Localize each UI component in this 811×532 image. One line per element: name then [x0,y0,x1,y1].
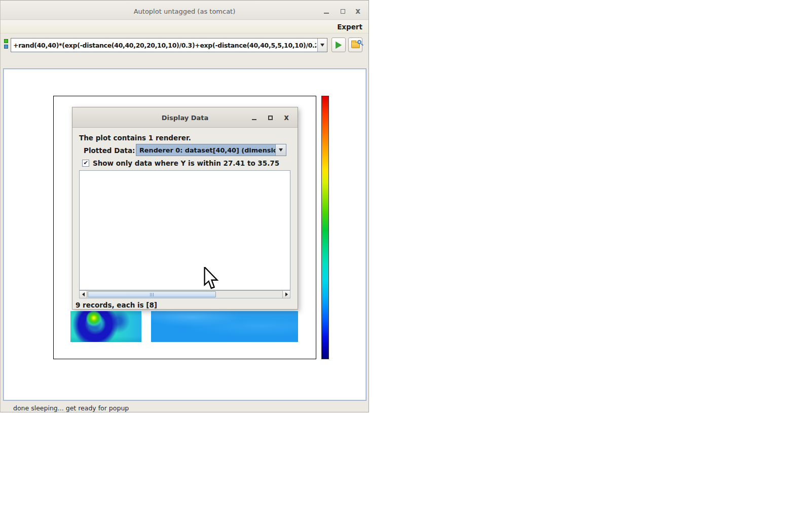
dialog-close-button[interactable]: x [281,113,291,122]
uri-input[interactable] [11,39,317,52]
scrollbar-thumb[interactable] [88,291,216,297]
dialog-minimize-button[interactable] [249,113,259,122]
maximize-icon [341,9,345,14]
play-icon [336,42,342,49]
dialog-titlebar[interactable]: Display Data x [72,107,298,128]
combo-dropdown-button[interactable] [275,144,286,156]
status-bar-text: done sleeping... get ready for popup [13,404,129,412]
magnifier-icon [357,40,361,44]
folder-search-icon [351,42,360,48]
chevron-down-icon [320,44,324,47]
scroll-right-button[interactable] [282,291,290,298]
minimize-icon [252,119,256,120]
plotted-data-label: Plotted Data: [84,146,135,155]
close-icon: x [284,114,289,122]
filter-y-checkbox[interactable]: ✔ [82,160,89,167]
records-summary: 9 records, each is [8] [76,301,157,309]
inspect-uri-button[interactable] [348,37,362,52]
green-square-icon [4,39,8,43]
blue-square-icon [4,45,8,49]
horizontal-scrollbar[interactable] [79,290,290,298]
window-maximize-button[interactable] [337,7,348,16]
plot-go-button[interactable] [331,37,346,52]
menubar: Expert [1,20,368,33]
mouse-cursor [204,267,221,292]
plotted-data-value: Renderer 0: dataset[40,40] (dimension... [136,144,275,156]
window-minimize-button[interactable] [321,7,332,16]
dialog-maximize-button[interactable] [265,113,275,122]
close-icon: x [355,8,360,15]
window-title: Autoplot untagged (as tomcat) [1,8,368,15]
datasource-type-icon [4,39,9,50]
display-data-dialog: Display Data x The plot contains 1 rende… [72,107,298,310]
colorbar[interactable] [321,96,329,359]
window-titlebar[interactable]: Autoplot untagged (as tomcat) x [1,1,368,20]
scroll-left-button[interactable] [80,291,87,298]
screenshot-stage: Autoplot untagged (as tomcat) x Expert [0,0,811,532]
uri-bar-row [1,34,368,56]
heatmap-strip-left [70,311,141,342]
data-table-viewport[interactable] [79,170,290,290]
heatmap-strip-right [151,311,298,342]
uri-dropdown-button[interactable] [317,39,327,52]
renderer-count-text: The plot contains 1 renderer. [79,134,191,142]
chevron-down-icon [279,148,283,151]
maximize-icon [268,116,273,120]
menu-expert[interactable]: Expert [337,23,362,31]
arrow-left-icon [82,292,85,296]
uri-combobox [11,38,327,52]
thumb-grip-icon [150,293,154,296]
minimize-icon [324,13,329,14]
window-close-button[interactable]: x [352,7,363,16]
plotted-data-combobox[interactable]: Renderer 0: dataset[40,40] (dimension... [136,144,286,156]
filter-y-label: Show only data where Y is within 27.41 t… [93,159,279,167]
arrow-right-icon [285,292,288,296]
autoplot-window: Autoplot untagged (as tomcat) x Expert [0,0,369,412]
dialog-title: Display Data [72,114,298,122]
